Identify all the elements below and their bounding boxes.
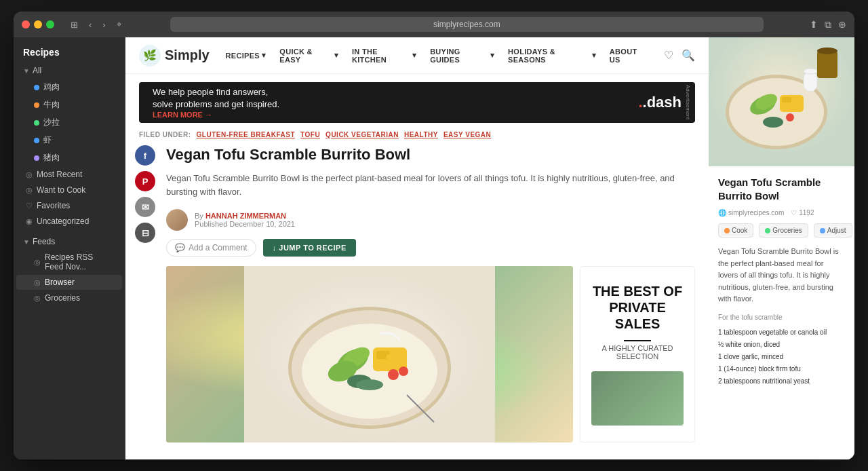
globe-icon: 🌐 [718,209,726,216]
uncategorized-label: Uncategorized [37,216,89,226]
bookmark-icon[interactable]: ⌖ [114,18,124,31]
titlebar: ⊞ ‹ › ⌖ simplyrecipes.com ⬆ ⧉ ⊕ [14,12,854,37]
email-share-button[interactable]: ✉ [135,197,155,217]
sidebar-item-rss[interactable]: ◎ Recipes RSS Feed Nov... [16,250,122,274]
sidebar-item-salad[interactable]: 沙拉 [16,114,122,131]
sidebar-item-browser[interactable]: ◎ Browser [16,275,122,290]
tabs-icon[interactable]: ⧉ [825,19,831,31]
jump-to-recipe-button[interactable]: ↓ JUMP TO RECIPE [263,239,356,257]
want-icon: ◎ [26,186,33,195]
heart-icon[interactable]: ♡ [664,49,673,62]
url-text: simplyrecipes.com [433,20,500,29]
facebook-share-button[interactable]: f [135,145,155,166]
ad-cta[interactable]: LEARN MORE → [153,111,279,119]
recent-icon: ◎ [26,170,33,179]
ingredient-1: ½ white onion, diced [718,339,845,351]
cook-button[interactable]: Cook [718,223,753,238]
article-body: f P ✉ ⊟ Vegan Tofu Scramble Burrito Bowl… [125,145,709,442]
svg-point-13 [356,379,383,390]
sidebar-item-pork[interactable]: 猪肉 [16,149,122,166]
site-logo: 🌿 Simply [139,45,210,67]
nav-quick-easy[interactable]: QUICK & EASY ▾ [274,45,344,67]
filed-under: FILED UNDER: GLUTEN-FREE BREAKFAST TOFU … [125,131,709,145]
forward-icon[interactable]: › [100,18,108,31]
tag-healthy[interactable]: HEALTHY [404,131,438,138]
nav-recipes[interactable]: RECIPES ▾ [220,45,272,67]
nav-right: ♡ 🔍 [664,49,695,62]
maximize-button[interactable] [46,20,54,29]
ingredients-list: 1 tablespoon vegetable or canola oil ½ w… [718,326,845,388]
ad-image-divider [624,340,651,341]
article-area: 🌿 Simply RECIPES ▾ QUICK & EASY ▾ IN THE… [125,37,709,459]
panel-meta: 🌐 simplyrecipes.com ♡ 1192 [718,209,845,216]
ingredient-0: 1 tablespoon vegetable or canola oil [718,326,845,339]
sidebar-item-recent[interactable]: ◎ Most Recent [16,167,122,182]
right-panel: Vegan Tofu Scramble Burrito Bowl 🌐 simpl… [709,37,854,459]
site-nav: 🌿 Simply RECIPES ▾ QUICK & EASY ▾ IN THE… [125,37,709,74]
back-icon[interactable]: ‹ [86,18,94,31]
ingredient-3: 1 (14-ounce) block firm tofu [718,363,845,375]
svg-rect-26 [817,51,837,78]
svg-point-11 [399,366,408,376]
author-avatar [166,209,188,231]
minimize-button[interactable] [34,20,42,29]
salad-label: 沙拉 [43,117,60,128]
panel-card: Vegan Tofu Scramble Burrito Bowl 🌐 simpl… [709,166,854,459]
browser-label: Browser [45,278,75,287]
add-comment-button[interactable]: 💬 Add a Comment [166,239,256,257]
svg-point-22 [763,117,783,128]
browser-window: ⊞ ‹ › ⌖ simplyrecipes.com ⬆ ⧉ ⊕ Recipes … [14,12,854,459]
tag-vegetarian[interactable]: QUICK VEGETARIAN [326,131,399,138]
author-name[interactable]: HANNAH ZIMMERMAN [205,212,286,220]
nav-holidays[interactable]: HOLIDAYS & SEASONS ▾ [502,45,601,67]
beef-badge [34,102,39,108]
all-section-header[interactable]: ▼ All [14,63,125,78]
svg-point-27 [817,48,837,54]
food-photo [166,266,573,442]
tag-tofu[interactable]: TOFU [300,131,320,138]
sidebar-item-shrimp[interactable]: 虾 [16,132,122,149]
sidebar-item-favorites[interactable]: ♡ Favorites [16,198,122,213]
image-grid: THE BEST OF PRIVATE SALES A HIGHLY CURAT… [166,266,695,442]
tag-gluten-free[interactable]: GLUTEN-FREE BREAKFAST [197,131,296,138]
main-content: Recipes ▼ All 鸡肉 牛肉 沙拉 虾 [14,37,854,459]
pork-badge [34,155,39,161]
panel-site: 🌐 simplyrecipes.com [718,209,784,216]
ad-label: Advertisement [685,85,691,119]
rss-label: Recipes RSS Feed Nov... [45,252,113,271]
adjust-button[interactable]: Adjust [814,223,852,238]
sidebar-title: Recipes [14,44,125,63]
tag-vegan[interactable]: EASY VEGAN [443,131,491,138]
share-icon[interactable]: ⬆ [810,19,818,31]
comment-icon: 💬 [175,243,185,252]
nav-buying[interactable]: BUYING GUIDES ▾ [425,45,500,67]
want-label: Want to Cook [37,185,85,195]
filed-label: FILED UNDER: [139,131,191,138]
chicken-label: 鸡肉 [43,81,60,93]
feeds-label: Feeds [33,237,55,246]
sidebar-item-chicken[interactable]: 鸡肉 [16,79,122,96]
sidebar-item-uncategorized[interactable]: ◉ Uncategorized [16,214,122,229]
nav-kitchen[interactable]: IN THE KITCHEN ▾ [347,45,422,67]
pinterest-share-button[interactable]: P [135,171,155,191]
print-share-button[interactable]: ⊟ [135,223,155,243]
sidebar-item-beef[interactable]: 牛肉 [16,96,122,113]
adjust-dot [820,228,825,233]
groceries-button[interactable]: Groceries [759,223,808,238]
sidebar-item-groceries[interactable]: ◎ Groceries [16,290,122,305]
address-bar[interactable]: simplyrecipes.com [170,17,764,32]
nav-about[interactable]: ABOUT US [604,45,653,67]
main-recipe-image [166,266,573,442]
more-icon[interactable]: ⊕ [838,19,846,31]
feeds-section-header[interactable]: ▼ Feeds [14,234,125,249]
all-label: All [33,66,41,75]
sidebar-item-want[interactable]: ◎ Want to Cook [16,183,122,197]
svg-rect-9 [387,354,401,364]
close-button[interactable] [22,20,30,29]
sidebar-toggle-icon[interactable]: ⊞ [68,18,81,31]
article-title: Vegan Tofu Scramble Burrito Bowl [166,145,695,165]
ad-brand: ..dash [638,94,682,111]
groceries-dot [765,228,770,233]
search-icon[interactable]: 🔍 [682,49,695,62]
traffic-lights [22,20,54,29]
